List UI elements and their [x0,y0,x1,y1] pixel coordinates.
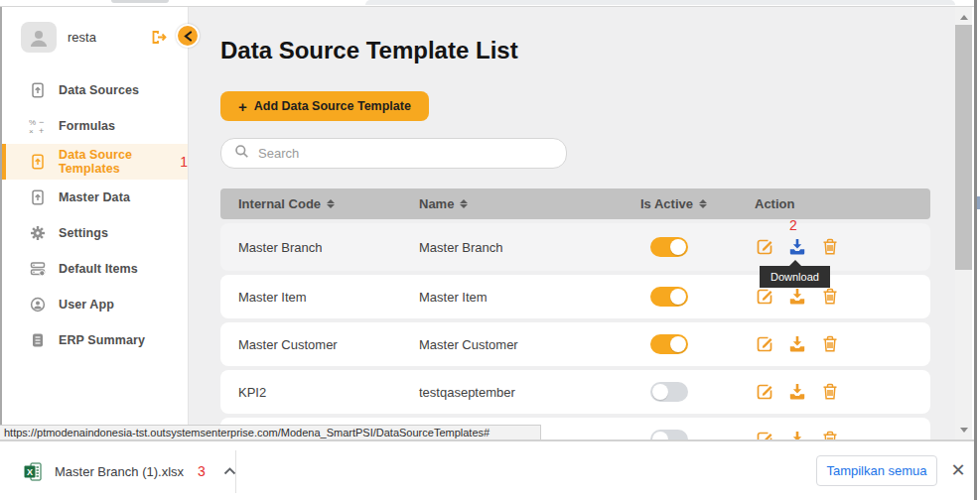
download-icon[interactable] [787,382,807,402]
download-icon[interactable] [787,430,807,439]
data-source-template-table: Internal Code Name Is Active Action Mast… [220,188,930,439]
app-window: resta Data Sources %−×+ Formulas [0,0,980,439]
gear-icon [29,225,46,242]
scroll-up-arrow[interactable] [955,9,972,25]
name-cell: Master Branch [419,240,640,255]
column-header-is-active[interactable]: Is Active [640,196,755,211]
table-header: Internal Code Name Is Active Action [220,188,930,219]
edit-icon[interactable] [755,430,774,439]
name-cell: testqaseptember [419,385,640,400]
excel-file-icon: X [24,462,43,481]
file-upload-icon [29,82,46,99]
sidebar-item-label: Settings [59,226,108,240]
document-icon [29,332,46,349]
sidebar-collapse-button[interactable] [176,24,200,48]
annotation-3: 3 [198,463,206,479]
search-icon [234,144,249,163]
active-toggle[interactable] [650,430,688,439]
column-header-action: Action [755,196,930,211]
table-row: KPI2 testqaseptember [220,370,930,414]
sidebar: resta Data Sources %−×+ Formulas [2,7,189,439]
sidebar-item-label: Default Items [59,262,138,276]
user-name: resta [68,30,96,45]
download-icon[interactable] [787,237,807,257]
delete-icon[interactable] [820,334,840,354]
page-title: Data Source Template List [220,37,518,64]
add-button-label: Add Data Source Template [254,99,411,113]
delete-icon[interactable] [820,237,840,257]
browser-chrome-fragment [365,0,955,5]
sidebar-item-default-items[interactable]: Default Items [2,251,188,287]
sidebar-item-label: User App [59,298,114,312]
internal-code-cell: Master Customer [238,337,419,352]
chevron-up-icon[interactable] [223,467,236,475]
add-data-source-template-button[interactable]: + Add Data Source Template [220,91,429,121]
scrollbar-thumb[interactable] [955,25,972,270]
table-row: Master Customer Master Customer [220,322,930,366]
active-toggle[interactable] [650,287,688,307]
sidebar-item-settings[interactable]: Settings [2,215,188,251]
svg-text:+: + [39,126,44,135]
default-items-icon [29,261,46,278]
table-row: Master Branch Master Branch [220,223,930,271]
downloaded-file-item[interactable]: X Master Branch (1).xlsx 3 [14,451,246,491]
download-shelf: X Master Branch (1).xlsx 3 Tampilkan sem… [0,439,977,500]
sort-icon [699,199,707,208]
sidebar-nav: Data Sources %−×+ Formulas Data Source T… [2,72,188,358]
logout-icon[interactable] [151,29,169,47]
avatar [21,22,57,53]
scroll-down-arrow[interactable] [955,422,972,438]
sidebar-item-label: Data Sources [59,83,139,97]
sidebar-item-data-source-templates[interactable]: Data Source Templates 1 [2,144,188,180]
active-toggle[interactable] [650,334,688,354]
file-upload-icon [29,154,46,171]
internal-code-cell: KPI2 [238,385,419,400]
sidebar-item-label: Master Data [59,190,130,204]
name-cell: Master Customer [419,337,640,352]
browser-chrome-fragment [111,0,169,3]
annotation-2: 2 [789,217,797,233]
search-input[interactable] [258,146,536,161]
svg-text:×: × [29,127,34,135]
shelf-divider [235,450,236,493]
plus-icon: + [238,99,247,114]
download-icon[interactable] [787,334,807,354]
active-toggle[interactable] [650,382,688,402]
edit-icon[interactable] [755,287,774,307]
sidebar-item-label: Data Source Templates [59,148,158,176]
sort-icon [460,199,468,208]
formulas-icon: %−×+ [29,118,46,135]
close-icon[interactable]: ✕ [946,458,970,482]
internal-code-cell: Master Item [238,290,419,305]
sidebar-item-user-app[interactable]: User App [2,287,188,322]
status-url-bar: https://ptmodenaindonesia-tst.outsystems… [0,425,541,439]
download-filename: Master Branch (1).xlsx [55,464,184,479]
sort-icon [327,199,335,208]
show-all-downloads-button[interactable]: Tampilkan semua [816,455,937,486]
search-box [220,138,567,169]
column-header-internal-code[interactable]: Internal Code [238,196,419,211]
column-header-name[interactable]: Name [419,196,640,211]
edit-icon[interactable] [755,237,774,257]
user-icon [29,297,46,313]
sidebar-item-label: ERP Summary [59,333,145,347]
sidebar-item-master-data[interactable]: Master Data [2,180,188,215]
download-tooltip: Download [760,266,830,288]
sidebar-item-data-sources[interactable]: Data Sources [2,72,188,108]
delete-icon[interactable] [820,287,840,307]
window-right-border [974,0,977,500]
edit-icon[interactable] [755,334,774,354]
sidebar-item-formulas[interactable]: %−×+ Formulas [2,108,188,144]
edit-icon[interactable] [755,382,774,402]
sidebar-item-erp-summary[interactable]: ERP Summary [2,322,188,358]
delete-icon[interactable] [820,430,840,439]
annotation-1: 1 [180,154,188,170]
svg-text:%: % [29,118,36,127]
download-icon[interactable] [787,287,807,307]
svg-text:X: X [27,467,33,477]
active-toggle[interactable] [650,237,688,257]
delete-icon[interactable] [820,382,840,402]
name-cell: Master Item [419,290,640,305]
window-left-border [0,0,2,439]
vertical-scrollbar [955,7,972,439]
